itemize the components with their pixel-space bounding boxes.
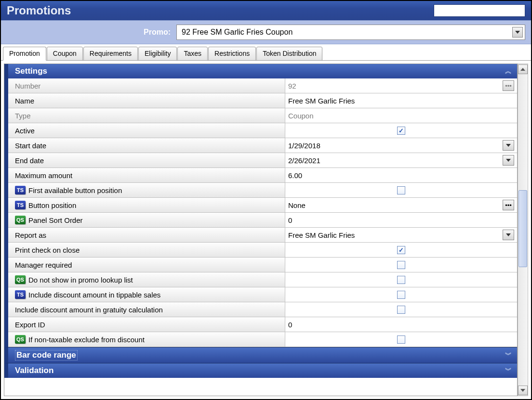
checkbox-tippable[interactable] (397, 291, 405, 299)
value-panel-sort[interactable]: 0 (285, 213, 517, 227)
tab-requirements[interactable]: Requirements (83, 47, 138, 61)
ts-badge-icon: TS (15, 290, 26, 299)
value-btn-pos[interactable]: None ••• (285, 198, 517, 212)
scroll-down-button[interactable] (518, 386, 528, 395)
report-as-dropdown-button[interactable] (503, 230, 514, 240)
checkbox-first-btn[interactable] (397, 186, 405, 194)
collapse-up-icon: ︽ (505, 67, 510, 76)
ts-badge-icon: TS (15, 201, 26, 209)
section-validation-title: Validation (15, 366, 53, 375)
value-name[interactable]: Free SM Garlic Fries (285, 93, 517, 108)
value-print-check (285, 243, 517, 257)
label-end-date: End date (8, 153, 285, 168)
value-first-btn (285, 183, 517, 197)
value-report-as[interactable]: Free SM Garlic Fries (285, 228, 517, 242)
label-export-id: Export ID (8, 317, 285, 332)
text-number: 92 (288, 82, 503, 90)
value-active (285, 123, 517, 138)
label-nontax-text: If non-taxable exclude from discount (28, 335, 145, 344)
value-end-date[interactable]: 2/26/2021 (285, 153, 517, 168)
promo-select-dropdown-button[interactable] (512, 27, 523, 38)
row-mgr-req: Manager required (8, 258, 517, 272)
number-browse-button[interactable]: ••• (503, 80, 514, 91)
tab-bar: Promotion Coupon Requirements Eligibilit… (1, 44, 531, 61)
value-tippable (285, 287, 517, 302)
tab-taxes[interactable]: Taxes (177, 47, 208, 61)
settings-grid: Number 92 ••• Name Free SM Garlic Fries … (4, 78, 517, 347)
label-nontax: QS If non-taxable exclude from discount (8, 332, 285, 347)
expand-down-icon: ︾ (505, 366, 510, 375)
row-number: Number 92 ••• (8, 78, 517, 93)
value-no-lookup (285, 272, 517, 287)
text-name: Free SM Garlic Fries (288, 97, 514, 105)
content-wrap: Settings ︽ Number 92 ••• Name Free SM Ga… (1, 61, 531, 399)
content: Settings ︽ Number 92 ••• Name Free SM Ga… (4, 64, 518, 396)
value-number[interactable]: 92 ••• (285, 78, 517, 93)
text-max-amount: 6.00 (288, 171, 514, 180)
tab-eligibility[interactable]: Eligibility (138, 47, 177, 61)
row-panel-sort: QS Panel Sort Order 0 (8, 213, 517, 228)
label-panel-sort-text: Panel Sort Order (28, 216, 83, 224)
row-first-btn: TS First available button position (8, 183, 517, 198)
value-start-date[interactable]: 1/29/2018 (285, 138, 517, 153)
label-report-as: Report as (8, 228, 285, 242)
label-panel-sort: QS Panel Sort Order (8, 213, 285, 227)
row-name: Name Free SM Garlic Fries (8, 93, 517, 108)
label-gratuity: Include discount amount in gratuity calc… (8, 302, 285, 317)
tab-token-distribution[interactable]: Token Distribution (256, 47, 322, 61)
section-validation-header[interactable]: Validation ︾ (4, 363, 517, 378)
label-btn-pos: TS Button position (8, 198, 285, 212)
section-settings-header[interactable]: Settings ︽ (4, 64, 517, 78)
section-barcode-header[interactable]: Bar code range ︾ (4, 347, 517, 363)
label-tippable-text: Include discount amount in tippable sale… (28, 291, 160, 299)
text-panel-sort: 0 (288, 216, 514, 224)
label-tippable: TS Include discount amount in tippable s… (8, 287, 285, 302)
promo-select[interactable]: 92 Free SM Garlic Fries Coupon (176, 25, 525, 40)
value-mgr-req (285, 258, 517, 272)
value-export-id[interactable]: 0 (285, 317, 517, 332)
checkbox-active[interactable] (397, 127, 405, 135)
value-nontax (285, 332, 517, 347)
value-gratuity (285, 302, 517, 317)
scroll-track[interactable] (519, 75, 527, 385)
checkbox-nontax[interactable] (397, 335, 405, 344)
label-number: Number (8, 78, 285, 93)
label-start-date: Start date (8, 138, 285, 153)
row-end-date: End date 2/26/2021 (8, 153, 517, 168)
qs-badge-icon: QS (15, 216, 26, 224)
scroll-thumb[interactable] (519, 190, 527, 267)
tab-promotion[interactable]: Promotion (3, 47, 46, 61)
expand-down-icon: ︾ (505, 351, 510, 360)
row-nontax: QS If non-taxable exclude from discount (8, 332, 517, 347)
tab-restrictions[interactable]: Restrictions (208, 47, 256, 61)
row-print-check: Print check on close (8, 243, 517, 258)
label-type: Type (8, 108, 285, 123)
row-export-id: Export ID 0 (8, 317, 517, 332)
row-max-amount: Maximum amount 6.00 (8, 168, 517, 183)
ts-badge-icon: TS (15, 186, 26, 194)
tab-coupon[interactable]: Coupon (47, 47, 83, 61)
promo-select-value: 92 Free SM Garlic Fries Coupon (182, 28, 293, 37)
row-no-lookup: QS Do not show in promo lookup list (8, 272, 517, 287)
checkbox-no-lookup[interactable] (397, 276, 405, 284)
value-max-amount[interactable]: 6.00 (285, 168, 517, 182)
row-start-date: Start date 1/29/2018 (8, 138, 517, 153)
scrollbar[interactable] (518, 64, 528, 396)
checkbox-gratuity[interactable] (397, 306, 405, 314)
row-type: Type Coupon (8, 108, 517, 123)
text-type: Coupon (288, 112, 514, 120)
row-report-as: Report as Free SM Garlic Fries (8, 228, 517, 243)
end-date-dropdown-button[interactable] (503, 155, 514, 166)
start-date-dropdown-button[interactable] (503, 140, 514, 151)
label-print-check: Print check on close (8, 243, 285, 257)
row-tippable: TS Include discount amount in tippable s… (8, 287, 517, 302)
text-btn-pos: None (288, 201, 503, 209)
checkbox-print-check[interactable] (397, 246, 405, 254)
row-active: Active (8, 123, 517, 138)
scroll-up-button[interactable] (518, 65, 528, 74)
checkbox-mgr-req[interactable] (397, 261, 405, 269)
header-search-input[interactable] (434, 4, 525, 17)
header: Promotions (1, 1, 531, 20)
btn-pos-browse-button[interactable]: ••• (503, 200, 514, 210)
text-start-date: 1/29/2018 (288, 142, 503, 150)
